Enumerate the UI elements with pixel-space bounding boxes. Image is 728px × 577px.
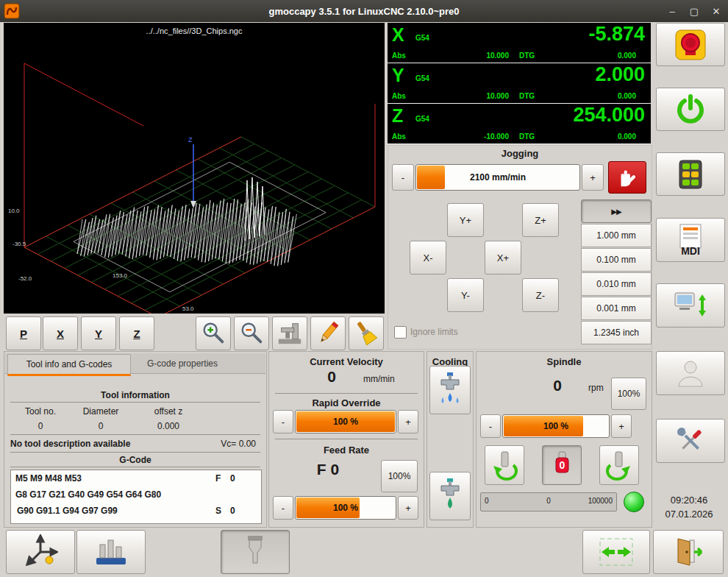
jog-increment-1-button[interactable]: 1.000 mm <box>581 224 652 247</box>
rapid-override-increase-button[interactable]: + <box>398 410 418 433</box>
spindle-override-reset-button[interactable]: 100% <box>611 378 646 410</box>
jog-increment-4-button[interactable]: 0.001 mm <box>581 297 652 320</box>
cooling-mist-button[interactable] <box>429 366 471 414</box>
dro-axis-y[interactable]: Y G54 2.000 Abs10.000 DTG0.000 <box>388 63 651 104</box>
jog-increment-continuous-button[interactable]: ▶▶ <box>581 199 652 223</box>
view-x-button[interactable]: X <box>43 316 78 350</box>
jog-x-plus-button[interactable]: X+ <box>485 241 521 275</box>
ignore-limits-checkbox[interactable] <box>394 326 407 339</box>
gcode-preview[interactable]: Z 10.0 -30.5 -52.0 153.0 53.0 ../../nc_f… <box>4 23 385 314</box>
estop-button[interactable] <box>656 23 725 66</box>
user-icon <box>674 357 707 389</box>
rapid-override-slider[interactable]: 100 % <box>295 410 396 433</box>
view-p-button[interactable]: P <box>6 316 41 350</box>
tick-label: -52.0 <box>18 275 32 282</box>
col-tool-no: Tool no. <box>15 406 66 417</box>
minimize-button[interactable]: – <box>666 6 678 17</box>
jog-y-plus-button[interactable]: Y+ <box>447 203 484 237</box>
view-y-button[interactable]: Y <box>81 316 116 350</box>
dtg-value: 0.000 <box>618 92 636 100</box>
tool-measure-button[interactable] <box>76 530 146 574</box>
zoom-in-button[interactable] <box>196 316 231 350</box>
estop-icon <box>674 28 707 62</box>
rapid-override-decrease-button[interactable]: - <box>273 410 293 433</box>
tab-gcode-properties[interactable]: G-code properties <box>131 354 234 373</box>
jog-increment-2-button[interactable]: 0.100 mm <box>581 248 652 272</box>
dro-axis-z[interactable]: Z G54 254.000 Abs-10.000 DTG0.000 <box>388 104 651 144</box>
feed-override-reset-button[interactable]: 100% <box>381 460 418 492</box>
jog-increment-3-button[interactable]: 0.010 mm <box>581 272 652 296</box>
abs-label: Abs <box>392 132 406 141</box>
exit-button[interactable] <box>653 530 724 574</box>
feed-rate-title: Feed Rate <box>269 445 424 456</box>
fullscreen-icon <box>599 537 634 567</box>
touch-off-button[interactable] <box>6 530 75 574</box>
active-gcodes-box: M5 M9 M48 M53 G8 G17 G21 G40 G49 G54 G64… <box>10 470 262 524</box>
jog-speed-increase-button[interactable]: + <box>582 164 604 191</box>
maximize-button[interactable]: ▢ <box>688 6 700 17</box>
tool-info-panel: Tool info and G-codes G-code properties … <box>4 351 267 528</box>
dtg-value: 0.000 <box>618 132 636 141</box>
machine-on-button[interactable] <box>656 88 725 131</box>
zoom-out-button[interactable] <box>234 316 269 350</box>
feed-override-slider[interactable]: 100 % <box>295 496 396 520</box>
close-button[interactable]: ✕ <box>710 6 722 17</box>
jog-z-minus-button[interactable]: Z- <box>522 278 559 312</box>
cooling-flood-button[interactable] <box>429 472 471 520</box>
manual-mode-button[interactable] <box>656 152 725 196</box>
tool-change-button[interactable] <box>221 530 290 574</box>
spindle-override-slider[interactable]: 100 % <box>502 414 610 438</box>
jog-z-plus-button[interactable]: Z+ <box>522 203 559 237</box>
spindle-override-decrease-button[interactable]: - <box>480 414 501 438</box>
window-title: gmoccapy 3.5.1 for LinuxCNC 2.10.0~pre0 <box>0 6 728 17</box>
tools-icon <box>674 425 707 457</box>
jog-speed-slider[interactable]: 2100 mm/min <box>415 164 580 191</box>
feed-override-increase-button[interactable]: + <box>398 496 418 520</box>
mist-faucet-icon <box>435 371 465 409</box>
spindle-ccw-icon <box>488 449 521 481</box>
spindle-left-button[interactable] <box>485 445 524 485</box>
loaded-file-name: ../../nc_files//3D_Chips.ngc <box>146 26 243 35</box>
axis-value: 2.000 <box>595 63 645 86</box>
tab-tool-info[interactable]: Tool info and G-codes <box>7 354 131 376</box>
current-velocity-unit: mm/min <box>363 374 395 384</box>
jog-y-minus-button[interactable]: Y- <box>447 278 484 312</box>
tool-blocks-icon <box>93 536 129 568</box>
current-velocity-title: Current Velocity <box>269 356 424 367</box>
mdi-mode-button[interactable]: MDI <box>656 218 725 262</box>
jog-speed-decrease-button[interactable]: - <box>392 164 414 191</box>
jog-increment-5-button[interactable]: 1.2345 inch <box>581 321 652 344</box>
spindle-title: Spindle <box>477 356 652 367</box>
jog-x-minus-button[interactable]: X- <box>410 241 446 275</box>
tick-label: -30.5 <box>13 241 26 247</box>
auto-mode-button[interactable] <box>656 283 725 328</box>
machine-view-button[interactable] <box>272 316 307 350</box>
spindle-override-increase-button[interactable]: + <box>611 414 632 438</box>
gcode-header: G-Code <box>4 455 266 465</box>
rapid-override-title: Rapid Override <box>269 397 424 408</box>
tick-label: 10.0 <box>8 208 20 214</box>
settings-button[interactable] <box>656 419 725 463</box>
view-z-button[interactable]: Z <box>119 316 154 350</box>
abs-value: -10.000 <box>484 132 509 141</box>
clear-plot-button[interactable] <box>349 316 384 350</box>
col-offset-z: offset z <box>143 406 194 417</box>
dro-axis-x[interactable]: X G54 -5.874 Abs10.000 DTG0.000 <box>388 23 651 63</box>
gcode-line-2: G8 G17 G21 G40 G49 G54 G64 G80 <box>15 489 161 500</box>
jogging-title: Jogging <box>388 148 652 159</box>
spindle-stop-button[interactable]: 0 <box>542 445 582 485</box>
jog-hand-button[interactable] <box>608 161 646 194</box>
user-settings-button[interactable] <box>656 351 725 395</box>
edit-button[interactable] <box>310 316 346 350</box>
z-axis-label: Z <box>188 136 193 144</box>
abs-label: Abs <box>392 92 406 100</box>
feed-override-decrease-button[interactable]: - <box>273 496 293 520</box>
clock-time: 09:20:46 <box>653 495 725 506</box>
coord-system: G54 <box>415 115 429 123</box>
fullscreen-button[interactable] <box>582 530 650 574</box>
spindle-rpm-value: 0 <box>535 377 579 394</box>
mdi-icon: MDI <box>671 223 710 257</box>
gcode-line-1: M5 M9 M48 M53 <box>15 473 82 484</box>
spindle-right-button[interactable] <box>599 445 639 485</box>
vc-value: Vc= 0.00 <box>221 439 256 449</box>
